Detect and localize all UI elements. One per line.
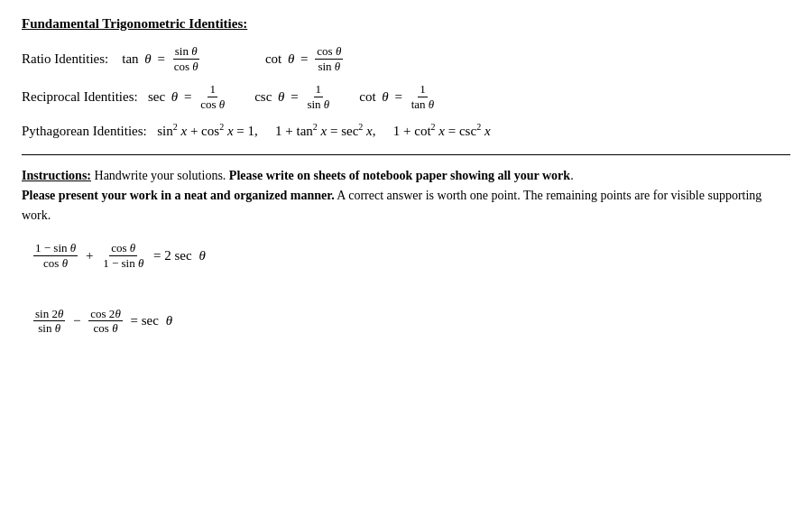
problem-2: sin 2θ sin θ − cos 2θ cos θ = sec θ — [32, 307, 790, 336]
cot-recip-identity: cot θ = 1 tan θ — [359, 82, 437, 111]
csc-fraction: 1 sin θ — [305, 82, 331, 111]
csc-identity: csc θ = 1 sin θ — [254, 82, 332, 111]
sec-identity: sec θ = 1 cos θ — [148, 82, 227, 111]
sec-fraction: 1 cos θ — [198, 82, 226, 111]
section-divider — [22, 154, 790, 155]
problem-1: 1 − sin θ cos θ + cos θ 1 − sin θ = 2 se… — [32, 241, 790, 270]
prob2-frac2: cos 2θ cos θ — [88, 307, 122, 336]
instructions-intro: Handwrite your solutions. — [91, 169, 229, 182]
prob2-frac1: sin 2θ sin θ — [33, 307, 65, 336]
reciprocal-identities-section: Reciprocal Identities: sec θ = 1 cos θ c… — [22, 82, 790, 111]
cot-identity: cot θ = cos θ sin θ — [265, 44, 344, 73]
prob1-frac1: 1 − sin θ cos θ — [33, 241, 78, 270]
tan-identity: tan θ = sin θ cos θ — [122, 44, 200, 73]
instructions-label: Instructions: — [22, 169, 91, 182]
cot-recip-fraction: 1 tan θ — [410, 82, 437, 111]
tan-fraction: sin θ cos θ — [172, 44, 200, 73]
pyth-identity-1: sin2 x + cos2 x = 1, — [157, 120, 258, 142]
pythagorean-identities-section: Pythagorean Identities: sin2 x + cos2 x … — [22, 120, 790, 142]
page-title: Fundamental Trigonometric Identities: — [22, 16, 790, 32]
pythagorean-label: Pythagorean Identities: — [22, 120, 153, 142]
instructions-bold-1: Please write on sheets of notebook paper… — [229, 169, 570, 182]
pyth-identity-3: 1 + cot2 x = csc2 x — [393, 120, 491, 142]
cot-fraction: cos θ sin θ — [315, 44, 343, 73]
pyth-identity-2: 1 + tan2 x = sec2 x, — [275, 120, 376, 142]
instructions-bold-2: Please present your work in a neat and o… — [22, 189, 335, 202]
ratio-identities-section: Ratio Identities: tan θ = sin θ cos θ co… — [22, 44, 790, 73]
ratio-identities-label: Ratio Identities: — [22, 51, 122, 66]
reciprocal-identities-label: Reciprocal Identities: — [22, 89, 148, 104]
prob1-frac2: cos θ 1 − sin θ — [101, 241, 145, 270]
instructions-block: Instructions: Handwrite your solutions. … — [22, 166, 790, 225]
